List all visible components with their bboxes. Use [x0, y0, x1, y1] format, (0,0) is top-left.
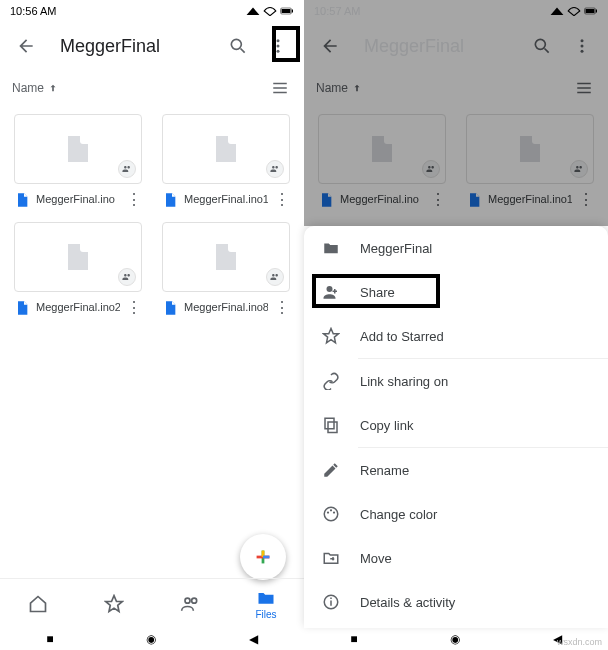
file-name: MeggerFinal.ino2545016... [36, 301, 120, 314]
svg-point-7 [185, 598, 190, 603]
file-icon [14, 190, 30, 210]
watermark: wsxdn.com [557, 637, 602, 647]
view-toggle-button[interactable] [268, 76, 292, 100]
svg-rect-2 [292, 10, 293, 13]
page-title: MeggerFinal [364, 36, 522, 57]
file-tile[interactable]: MeggerFinal.ino1156976...⋮ [152, 108, 300, 216]
file-more-button[interactable]: ⋮ [274, 300, 290, 316]
svg-rect-11 [596, 10, 597, 13]
app-bar: MeggerFinal [304, 22, 608, 70]
file-thumbnail [318, 114, 446, 184]
sort-button[interactable]: Name [12, 81, 58, 95]
app-bar: MeggerFinal [0, 22, 304, 70]
arrow-up-icon [48, 83, 58, 93]
search-button[interactable] [522, 26, 562, 66]
sort-button[interactable]: Name [316, 81, 362, 95]
menu-label: Change color [360, 507, 437, 522]
file-more-button[interactable]: ⋮ [126, 300, 142, 316]
svg-rect-10 [586, 9, 595, 13]
clock: 10:56 AM [10, 5, 56, 17]
view-toggle-button[interactable] [572, 76, 596, 100]
plus-icon [252, 546, 274, 568]
tab-home[interactable] [0, 579, 76, 628]
shared-badge-icon [422, 160, 440, 178]
info-icon [322, 593, 340, 611]
tab-files[interactable]: Files [228, 579, 304, 628]
file-tile[interactable]: MeggerFinal.ino⋮ [4, 108, 152, 216]
svg-rect-24 [330, 601, 332, 606]
system-nav: ■◉◀ [0, 628, 304, 650]
file-more-button[interactable]: ⋮ [430, 192, 446, 208]
status-icons [550, 6, 598, 16]
menu-change-color[interactable]: Change color [304, 492, 608, 536]
tutorial-highlight [272, 26, 300, 62]
screen-context-menu: 10:57 AM MeggerFinal Name MeggerFinal.in… [304, 0, 608, 650]
fab-create[interactable] [240, 534, 286, 580]
file-more-button[interactable]: ⋮ [578, 192, 594, 208]
svg-rect-18 [325, 418, 334, 429]
file-tile[interactable]: MeggerFinal.ino1156976...⋮ [456, 108, 604, 216]
back-button[interactable] [6, 26, 46, 66]
svg-rect-25 [330, 598, 332, 600]
tab-files-label: Files [255, 609, 276, 620]
file-thumbnail [162, 114, 290, 184]
menu-label: Move [360, 551, 392, 566]
tab-shared[interactable] [152, 579, 228, 628]
sort-label: Name [12, 81, 44, 95]
menu-label: Link sharing on [360, 374, 448, 389]
nav-home-icon: ◉ [146, 632, 156, 646]
palette-icon [322, 505, 340, 523]
menu-label: Rename [360, 463, 409, 478]
sort-label: Name [316, 81, 348, 95]
file-more-button[interactable]: ⋮ [274, 192, 290, 208]
file-thumbnail [466, 114, 594, 184]
nav-home-icon: ◉ [450, 632, 460, 646]
back-button[interactable] [310, 26, 350, 66]
star-icon [104, 594, 124, 614]
file-grid: MeggerFinal.ino⋮ MeggerFinal.ino1156976.… [0, 102, 304, 330]
menu-move[interactable]: Move [304, 536, 608, 580]
file-tile[interactable]: MeggerFinal.ino⋮ [308, 108, 456, 216]
folder-icon [256, 588, 276, 608]
search-button[interactable] [218, 26, 258, 66]
bottom-nav: Files [0, 578, 304, 628]
menu-details[interactable]: Details & activity [304, 580, 608, 624]
folder-icon [322, 239, 340, 257]
file-icon [162, 298, 178, 318]
status-bar: 10:57 AM [304, 0, 608, 22]
nav-back-icon: ◀ [249, 632, 258, 646]
edit-icon [322, 461, 340, 479]
menu-copy-link[interactable]: Copy link [304, 403, 608, 447]
shared-badge-icon [266, 160, 284, 178]
svg-point-12 [535, 39, 545, 49]
screen-folder-view: 10:56 AM MeggerFinal Name [0, 0, 304, 650]
file-thumbnail [162, 222, 290, 292]
tab-starred[interactable] [76, 579, 152, 628]
nav-recent-icon: ■ [350, 632, 357, 646]
star-icon [322, 327, 340, 345]
file-thumbnail [14, 222, 142, 292]
file-tile[interactable]: MeggerFinal.ino8387131...⋮ [152, 216, 300, 324]
menu-star[interactable]: Add to Starred [304, 314, 608, 358]
menu-link-sharing[interactable]: Link sharing on [304, 359, 608, 403]
shared-badge-icon [266, 268, 284, 286]
file-icon [318, 190, 334, 210]
status-icons [246, 6, 294, 16]
svg-point-22 [333, 511, 335, 513]
file-icon [466, 190, 482, 210]
file-tile[interactable]: MeggerFinal.ino2545016...⋮ [4, 216, 152, 324]
menu-rename[interactable]: Rename [304, 448, 608, 492]
file-grid: MeggerFinal.ino⋮ MeggerFinal.ino1156976.… [304, 102, 608, 222]
file-name: MeggerFinal.ino1156976... [488, 193, 572, 206]
overflow-menu-button[interactable] [562, 26, 602, 66]
nav-recent-icon: ■ [46, 632, 53, 646]
shared-badge-icon [118, 268, 136, 286]
clock: 10:57 AM [314, 5, 360, 17]
file-icon [162, 190, 178, 210]
file-name: MeggerFinal.ino8387131... [184, 301, 268, 314]
file-icon [14, 298, 30, 318]
list-header: Name [304, 70, 608, 102]
people-icon [180, 594, 200, 614]
status-bar: 10:56 AM [0, 0, 304, 22]
file-more-button[interactable]: ⋮ [126, 192, 142, 208]
